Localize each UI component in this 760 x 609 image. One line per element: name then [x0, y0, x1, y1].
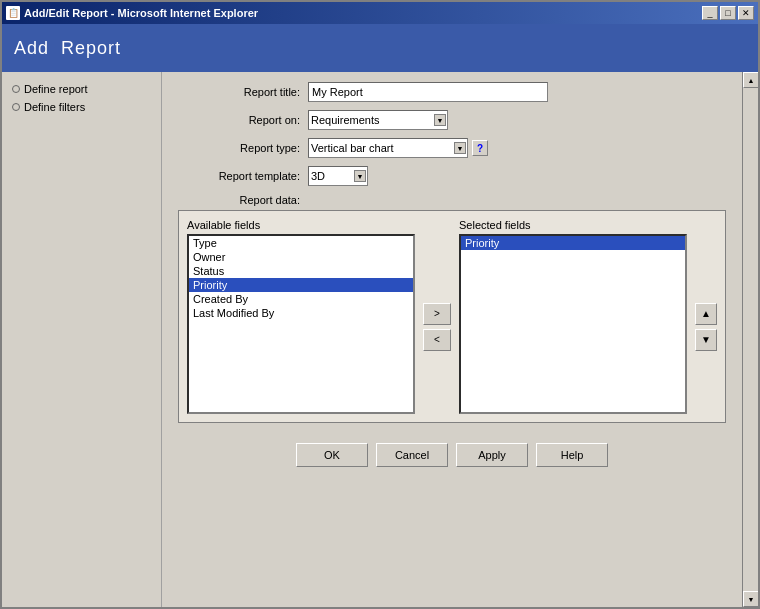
title-bar-text: 📋 Add/Edit Report - Microsoft Internet E… [6, 6, 258, 20]
selected-fields-list: Priority [459, 234, 687, 414]
help-button[interactable]: Help [536, 443, 608, 467]
sidebar-dot-1 [12, 85, 20, 93]
list-item[interactable]: Status [189, 264, 413, 278]
scroll-up-button[interactable]: ▲ [743, 72, 758, 88]
report-type-select[interactable]: Vertical bar chart [308, 138, 468, 158]
report-type-help-button[interactable]: ? [472, 140, 488, 156]
header-title: Add Report [14, 38, 121, 59]
transfer-left-button[interactable]: < [423, 329, 451, 351]
list-item[interactable]: Created By [189, 292, 413, 306]
report-title-label: Report title: [178, 86, 308, 98]
report-on-select[interactable]: Requirements [308, 110, 448, 130]
report-data-inner: Available fields Type Owner Status Prior… [187, 219, 717, 414]
sidebar-label-define-filters: Define filters [24, 101, 85, 113]
list-item[interactable]: Priority [189, 278, 413, 292]
list-item[interactable]: Type [189, 236, 413, 250]
transfer-right-button[interactable]: > [423, 303, 451, 325]
transfer-buttons: > < [423, 303, 451, 351]
bottom-buttons: OK Cancel Apply Help [178, 431, 726, 475]
report-on-row: Report on: Requirements ▼ [178, 110, 726, 130]
report-data-section: Available fields Type Owner Status Prior… [178, 210, 726, 423]
minimize-button[interactable]: _ [702, 6, 718, 20]
window-scrollbar[interactable]: ▲ ▼ [742, 72, 758, 607]
window-icon: 📋 [6, 6, 20, 20]
scroll-down-button[interactable]: ▼ [743, 591, 758, 607]
report-on-select-wrapper: Requirements ▼ [308, 110, 448, 130]
report-title-row: Report title: [178, 82, 726, 102]
selected-fields-label: Selected fields [459, 219, 687, 231]
available-fields-panel: Available fields Type Owner Status Prior… [187, 219, 415, 414]
title-bar-controls: _ □ ✕ [702, 6, 754, 20]
sidebar-item-define-filters[interactable]: Define filters [6, 98, 157, 116]
list-item[interactable]: Priority [461, 236, 685, 250]
selected-fields-panel: Selected fields Priority [459, 219, 687, 414]
title-bar: 📋 Add/Edit Report - Microsoft Internet E… [2, 2, 758, 24]
report-type-row: Report type: Vertical bar chart ▼ ? [178, 138, 726, 158]
sidebar-label-define-report: Define report [24, 83, 88, 95]
sort-down-button[interactable]: ▼ [695, 329, 717, 351]
close-button[interactable]: ✕ [738, 6, 754, 20]
ok-button[interactable]: OK [296, 443, 368, 467]
available-fields-list: Type Owner Status Priority Created By La… [187, 234, 415, 414]
header-bar: Add Report [2, 24, 758, 72]
list-item[interactable]: Owner [189, 250, 413, 264]
report-type-wrapper: Vertical bar chart ▼ ? [308, 138, 488, 158]
sidebar: Define report Define filters [2, 72, 162, 607]
main-panel: Report title: Report on: Requirements ▼ [162, 72, 742, 607]
report-data-label: Report data: [178, 194, 308, 206]
report-type-label: Report type: [178, 142, 308, 154]
apply-button[interactable]: Apply [456, 443, 528, 467]
sidebar-item-define-report[interactable]: Define report [6, 80, 157, 98]
main-window: 📋 Add/Edit Report - Microsoft Internet E… [0, 0, 760, 609]
report-data-row: Report data: [178, 194, 726, 206]
report-template-select[interactable]: 3D [308, 166, 368, 186]
sidebar-dot-2 [12, 103, 20, 111]
sort-buttons: ▲ ▼ [695, 303, 717, 351]
sort-up-button[interactable]: ▲ [695, 303, 717, 325]
available-fields-label: Available fields [187, 219, 415, 231]
report-on-label: Report on: [178, 114, 308, 126]
report-type-select-wrapper: Vertical bar chart ▼ [308, 138, 468, 158]
report-title-input[interactable] [308, 82, 548, 102]
scroll-track [743, 88, 758, 591]
cancel-button[interactable]: Cancel [376, 443, 448, 467]
maximize-button[interactable]: □ [720, 6, 736, 20]
report-template-select-wrapper: 3D ▼ [308, 166, 368, 186]
report-template-label: Report template: [178, 170, 308, 182]
list-item[interactable]: Last Modified By [189, 306, 413, 320]
report-template-row: Report template: 3D ▼ [178, 166, 726, 186]
